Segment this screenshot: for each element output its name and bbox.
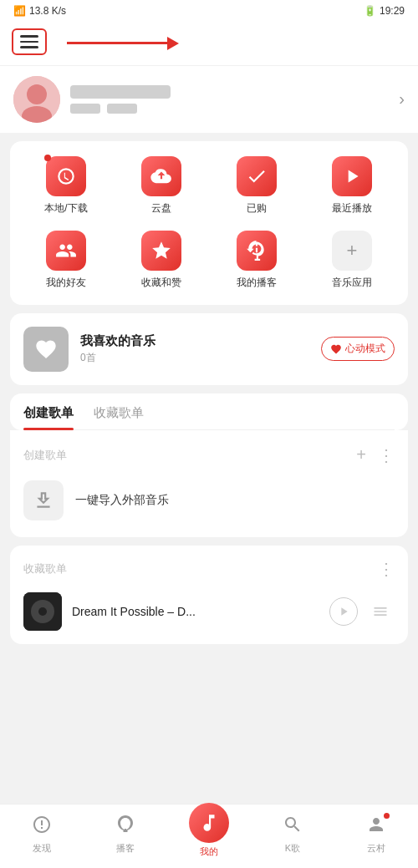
svg-point-1 [27,84,47,104]
nav-mine[interactable]: 我的 [167,811,251,858]
create-header: 创建歌单 + ⋮ [23,439,395,472]
wifi-icon: 📶 [13,5,26,17]
profile-name-blur [70,85,171,99]
collect-header: 收藏歌单 ⋮ [23,554,395,587]
discover-icon [32,815,52,840]
time-text: 19:29 [380,5,405,17]
arrow-head [167,37,179,50]
profile-sub-1 [70,104,100,114]
profile-info [70,85,399,114]
import-music-item[interactable]: 一键导入外部音乐 [23,472,395,529]
arrow-indicator [67,37,179,50]
podcast-icon [115,815,135,840]
svg-point-5 [38,607,47,616]
grid-item-local[interactable]: 本地/下载 [18,156,114,216]
collect-more-button[interactable]: ⋮ [378,559,395,579]
tab-create[interactable]: 创建歌单 [23,405,74,429]
radio-icon [237,231,277,271]
fav-thumb [23,327,69,372]
favorites-icon [141,231,181,271]
song-info: Dream It Possible – D... [72,605,319,618]
import-icon [23,480,64,520]
add-playlist-button[interactable]: + [356,445,366,464]
menu-button[interactable] [12,28,47,55]
status-right: 🔋 19:29 [364,5,405,17]
recent-icon [332,156,372,196]
create-area: 创建歌单 + ⋮ 一键导入外部音乐 [10,430,408,537]
menu-line-2 [20,41,38,43]
arrow-line [67,42,167,44]
nav-search[interactable]: K歌 [251,815,334,855]
avatar [13,76,60,123]
profile-section[interactable]: › [0,65,418,133]
grid-menu: 本地/下载 云盘 已购 最近播放 [10,141,408,305]
fav-playlist-section[interactable]: 我喜欢的音乐 0首 心动模式 [10,313,408,385]
local-label: 本地/下载 [44,201,87,216]
friends-label: 我的好友 [46,276,86,290]
profile-dot [384,813,390,819]
fav-title: 我喜欢的音乐 [80,333,309,349]
grid-item-friends[interactable]: 我的好友 [18,231,114,290]
grid-row-1: 本地/下载 云盘 已购 最近播放 [18,156,400,216]
grid-item-recent[interactable]: 最近播放 [304,156,400,216]
battery-icon: 🔋 [364,5,376,17]
grid-item-cloud[interactable]: 云盘 [114,156,209,216]
apps-icon: + [332,231,372,271]
local-icon [46,156,86,196]
heart-mode-button[interactable]: 心动模式 [321,337,395,361]
more-options-button[interactable]: ⋮ [378,445,395,465]
song-actions [329,597,395,626]
profile-sub-2 [107,104,137,114]
grid-item-purchased[interactable]: 已购 [209,156,304,216]
discover-label: 发现 [33,842,51,855]
status-bar: 📶 13.8 K/s 🔋 19:29 [0,0,418,22]
podcast-label: 播客 [116,842,135,855]
grid-item-favorites[interactable]: 收藏和赞 [114,231,209,290]
cloud-label: 云盘 [151,201,171,216]
header [0,22,418,65]
menu-line-3 [20,46,38,48]
collect-section: 收藏歌单 ⋮ Dream It Possible – D... [10,546,408,644]
tab-collect[interactable]: 收藏歌单 [94,405,144,429]
profile-sub-blur [70,104,399,114]
friends-icon [46,231,86,271]
fav-count: 0首 [80,351,309,365]
search-label: K歌 [285,842,300,855]
grid-item-apps[interactable]: + 音乐应用 [304,231,400,290]
nav-profile[interactable]: 云村 [334,815,418,855]
collect-header-label: 收藏歌单 [23,561,67,576]
song-thumb [23,592,62,631]
profile-label: 云村 [367,842,385,855]
search-icon [283,815,303,840]
play-button[interactable] [329,597,358,626]
mine-label: 我的 [200,845,218,858]
status-left: 📶 13.8 K/s [13,5,66,17]
speed-text: 13.8 K/s [29,5,66,17]
nav-discover[interactable]: 发现 [0,815,84,855]
fav-info: 我喜欢的音乐 0首 [80,333,309,365]
purchased-label: 已购 [247,201,267,216]
radio-label: 我的播客 [237,276,277,290]
grid-item-radio[interactable]: 我的播客 [209,231,304,290]
bottom-nav: 发现 播客 我的 K歌 云村 [0,804,418,868]
favorites-label: 收藏和赞 [141,276,181,290]
grid-row-2: 我的好友 收藏和赞 我的播客 + 音乐应用 [18,231,400,290]
menu-line-1 [20,35,38,38]
local-dot [44,155,51,161]
song-title: Dream It Possible – D... [72,605,319,618]
profile-chevron-icon: › [399,89,405,109]
mine-center-button[interactable] [189,803,229,843]
plus-symbol: + [347,240,358,261]
apps-label: 音乐应用 [332,276,372,290]
recent-label: 最近播放 [332,201,372,216]
purchased-icon [237,156,277,196]
cloud-icon [141,156,181,196]
tab-row: 创建歌单 收藏歌单 [23,405,395,430]
import-label: 一键导入外部音乐 [75,493,169,508]
create-header-label: 创建歌单 [23,448,67,463]
playlist-tabs: 创建歌单 收藏歌单 [10,393,408,430]
song-item[interactable]: Dream It Possible – D... [23,587,395,636]
nav-podcast[interactable]: 播客 [84,815,167,855]
heart-mode-label: 心动模式 [345,342,385,356]
list-button[interactable] [366,597,395,626]
